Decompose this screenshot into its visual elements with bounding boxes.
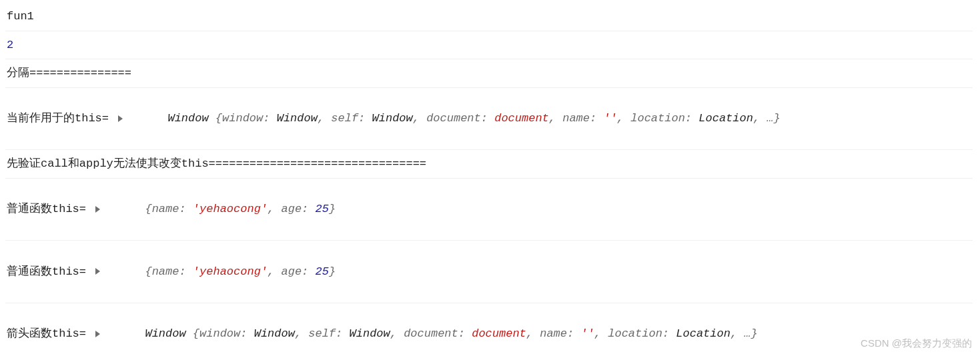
log-line: 普通函数this= {name: 'yehaocong', age: 25}: [5, 241, 973, 303]
object-preview[interactable]: Window {window: Window, self: Window, do…: [127, 93, 781, 145]
expand-icon[interactable]: [95, 331, 100, 337]
log-text: 箭头函数this=: [7, 325, 93, 343]
log-line: 先验证call和apply无法使其改变this=================…: [5, 150, 973, 179]
log-line: 普通函数this= {name: 'yehaocong', age: 25}: [5, 179, 973, 241]
object-preview[interactable]: Window {window: Window, self: Window, do…: [104, 309, 758, 355]
log-line: 分隔===============: [5, 59, 973, 88]
log-text: 先验证call和apply无法使其改变this=================…: [7, 155, 426, 173]
log-line: 当前作用于的this= Window {window: Window, self…: [5, 88, 973, 151]
log-text: fun1: [7, 8, 34, 25]
log-text: 普通函数this=: [7, 201, 93, 218]
expand-icon[interactable]: [118, 115, 123, 122]
object-preview[interactable]: {name: 'yehaocong', age: 25}: [104, 184, 336, 235]
log-line: 箭头函数this= Window {window: Window, self: …: [5, 303, 973, 355]
log-number: 2: [7, 37, 13, 54]
ctor: Window: [167, 112, 208, 125]
log-text: 当前作用于的this=: [7, 110, 115, 127]
log-text: 分隔===============: [7, 65, 131, 82]
expand-icon[interactable]: [95, 206, 100, 213]
log-line: fun1: [5, 3, 973, 31]
log-text: 普通函数this=: [7, 263, 93, 281]
log-line: 2: [5, 31, 973, 60]
console-output: fun1 2 分隔=============== 当前作用于的this= Win…: [0, 0, 978, 354]
expand-icon[interactable]: [95, 268, 100, 275]
object-preview[interactable]: {name: 'yehaocong', age: 25}: [104, 246, 336, 297]
